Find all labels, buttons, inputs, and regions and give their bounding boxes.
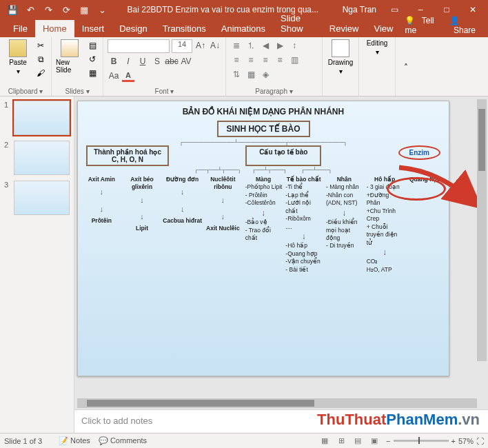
ribbon-tabs: File Home Insert Design Transitions Anim… <box>0 19 488 37</box>
status-bar: Slide 1 of 3 📝 Notes 💬 Comments ▦ ⊞ ▤ ▣ … <box>0 433 488 448</box>
cut-icon[interactable]: ✂ <box>34 39 47 52</box>
root-box: SINH HỌC TẾ BÀO <box>217 121 310 137</box>
increase-font-icon[interactable]: A↑ <box>194 39 207 52</box>
vertical-scrollbar[interactable] <box>477 99 487 361</box>
reset-icon[interactable]: ↺ <box>86 53 99 65</box>
numbering-icon[interactable]: ⒈ <box>245 39 257 52</box>
slide[interactable]: BẢN ĐỒ KHÁI NIỆM DẠNG PHÂN NHÁNH SINH HỌ… <box>77 101 449 376</box>
thumbnail-2[interactable]: 2 <box>4 141 70 175</box>
layout-icon[interactable]: ▤ <box>86 39 99 52</box>
fit-to-window-icon[interactable]: ⛶ <box>476 437 484 445</box>
redo-icon[interactable]: ↷ <box>41 3 55 17</box>
tab-view[interactable]: View <box>366 20 400 37</box>
slide-title: BẢN ĐỒ KHÁI NIỆM DẠNG PHÂN NHÁNH <box>82 107 445 116</box>
repeat-icon[interactable]: ⟳ <box>59 3 73 17</box>
reading-view-icon[interactable]: ▤ <box>352 436 364 447</box>
user-name[interactable]: Nga Tran <box>343 5 376 14</box>
collapse-icon: ˄ <box>404 63 408 72</box>
font-color-button[interactable]: A <box>122 70 134 82</box>
copy-icon[interactable]: ⧉ <box>34 53 47 65</box>
ribbon: Paste▾ ✂ ⧉ 🖌 Clipboard ▾ New Slide ▤ ↺ ▦… <box>0 37 488 96</box>
align-left-icon[interactable]: ≡ <box>230 54 243 66</box>
group-label: Clipboard ▾ <box>4 86 47 95</box>
bullets-icon[interactable]: ≣ <box>230 39 243 52</box>
l2-box-cautao: Cấu tạo tế bào <box>245 145 321 166</box>
zoom-out-button[interactable]: − <box>386 437 390 445</box>
group-clipboard: Paste▾ ✂ ⧉ 🖌 Clipboard ▾ <box>0 37 52 96</box>
slide-indicator[interactable]: Slide 1 of 3 <box>4 437 42 445</box>
thumbnail-1[interactable]: 1 <box>4 101 70 135</box>
group-label: Font ▾ <box>108 86 221 95</box>
new-slide-button[interactable]: New Slide <box>56 39 83 74</box>
inc-indent-icon[interactable]: ▶ <box>274 39 286 52</box>
normal-view-icon[interactable]: ▦ <box>318 436 331 447</box>
group-font: 14 A↑ A↓ B I U S abc AV Aa A Font ▾ <box>103 37 226 96</box>
group-drawing: Drawing▾ <box>323 37 359 96</box>
paste-button[interactable]: Paste▾ <box>4 39 32 75</box>
align-right-icon[interactable]: ≡ <box>259 54 272 66</box>
horizontal-scrollbar[interactable] <box>77 398 477 408</box>
save-icon[interactable]: 💾 <box>6 3 19 17</box>
zoom-in-button[interactable]: + <box>451 437 456 445</box>
group-paragraph: ≣⒈◀▶↕ ≡≡≡≡▥ ⇅▦◈ Paragraph ▾ <box>226 37 323 96</box>
group-label: Paragraph ▾ <box>230 86 318 95</box>
italic-button[interactable]: I <box>122 55 134 68</box>
tab-transitions[interactable]: Transitions <box>155 20 214 37</box>
share-button[interactable]: 👤 Share <box>445 14 484 37</box>
char-spacing-button[interactable]: AV <box>180 55 192 68</box>
workspace: 1 2 3 BẢN ĐỒ KHÁI NIỆM DẠNG PHÂN NHÁNH S… <box>0 96 488 433</box>
tab-home[interactable]: Home <box>35 20 74 37</box>
bold-button[interactable]: B <box>108 55 120 68</box>
slideshow-view-icon[interactable]: ▣ <box>368 436 380 447</box>
smartart-icon[interactable]: ◈ <box>259 68 272 81</box>
align-text-icon[interactable]: ▦ <box>245 68 257 81</box>
zoom-level[interactable]: 57% <box>458 437 474 445</box>
notes-toggle[interactable]: 📝 Notes <box>59 436 90 445</box>
tab-review[interactable]: Review <box>322 20 367 37</box>
shadow-button[interactable]: S <box>151 55 163 68</box>
dec-indent-icon[interactable]: ◀ <box>259 39 272 52</box>
editing-button[interactable]: Editing▾ <box>363 39 391 56</box>
columns-icon[interactable]: ▥ <box>288 54 301 66</box>
text-direction-icon[interactable]: ⇅ <box>230 68 243 81</box>
tab-file[interactable]: File <box>6 20 35 37</box>
underline-button[interactable]: U <box>136 55 149 68</box>
align-center-icon[interactable]: ≡ <box>245 54 257 66</box>
group-label <box>363 94 391 95</box>
start-from-beginning-icon[interactable]: ▦ <box>77 3 91 17</box>
tell-me[interactable]: 💡 Tell me <box>400 14 441 37</box>
tab-insert[interactable]: Insert <box>74 20 112 37</box>
format-painter-icon[interactable]: 🖌 <box>34 67 47 79</box>
group-editing: Editing▾ <box>359 37 396 96</box>
undo-icon[interactable]: ↶ <box>23 3 37 17</box>
group-label <box>327 94 354 95</box>
qat-dropdown-icon[interactable]: ⌄ <box>95 3 109 17</box>
font-name-input[interactable] <box>108 39 170 53</box>
collapse-ribbon[interactable]: ˄ <box>396 37 412 96</box>
slide-area: BẢN ĐỒ KHÁI NIỆM DẠNG PHÂN NHÁNH SINH HỌ… <box>74 96 488 433</box>
drawing-button[interactable]: Drawing▾ <box>327 39 354 75</box>
slide-thumbnails[interactable]: 1 2 3 <box>0 96 74 433</box>
case-button[interactable]: Aa <box>108 70 120 82</box>
strike-button[interactable]: abc <box>165 55 178 68</box>
slide-canvas[interactable]: BẢN ĐỒ KHÁI NIỆM DẠNG PHÂN NHÁNH SINH HỌ… <box>74 96 488 409</box>
thumbnail-3[interactable]: 3 <box>4 181 70 215</box>
decrease-font-icon[interactable]: A↓ <box>209 39 221 52</box>
line-spacing-icon[interactable]: ↕ <box>288 39 301 52</box>
comments-toggle[interactable]: 💬 Comments <box>99 436 147 445</box>
tab-design[interactable]: Design <box>112 20 154 37</box>
columns: Axit Amin↓↓Prôtêin Axít béo glixêrin↓↓Li… <box>82 176 445 274</box>
l2-box-hoahoc: Thành phần hoá học C, H, O, N <box>86 145 169 166</box>
tab-animations[interactable]: Animations <box>214 20 273 37</box>
notes-pane[interactable]: Click to add notes <box>74 409 488 433</box>
font-size-input[interactable]: 14 <box>172 39 192 53</box>
quick-access-toolbar: 💾 ↶ ↷ ⟳ ▦ ⌄ <box>6 3 109 17</box>
zoom-slider[interactable] <box>394 440 449 442</box>
document-title: Bai 22BDTD Enzim va vai tro cua enzim tr… <box>109 5 337 14</box>
group-label: Slides ▾ <box>56 86 99 95</box>
justify-icon[interactable]: ≡ <box>274 54 286 66</box>
section-icon[interactable]: ▦ <box>86 67 99 79</box>
l2-box-enzim: Enzim <box>398 145 440 160</box>
group-slides: New Slide ▤ ↺ ▦ Slides ▾ <box>52 37 103 96</box>
sorter-view-icon[interactable]: ⊞ <box>335 436 347 447</box>
